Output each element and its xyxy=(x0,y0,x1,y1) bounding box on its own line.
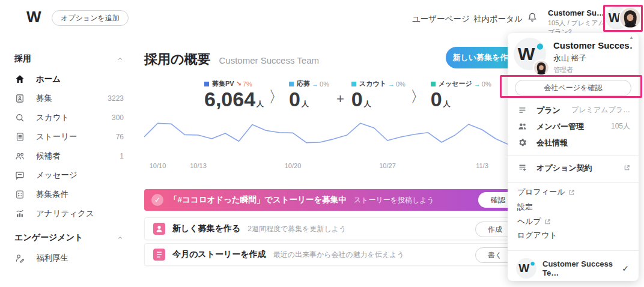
sidebar-section-recruiting[interactable]: 採用 xyxy=(14,50,124,67)
legend-label: 応募 xyxy=(297,79,310,88)
add-option-label: オプションを追加 xyxy=(61,13,120,23)
legend-swatch xyxy=(351,82,356,86)
banner-title: 「#ココロオドった瞬間」でストーリーを募集中 xyxy=(169,195,347,205)
stat-value: 6,064 xyxy=(204,88,255,110)
x-tick-label: 10/13 xyxy=(190,162,207,169)
sidebar-item-count: 300 xyxy=(112,113,124,122)
task-title: 今月のストーリーを作成 xyxy=(172,249,266,260)
scout-icon xyxy=(14,112,25,123)
menu-item-label: プラン xyxy=(536,105,571,116)
page-header: 採用の概要Customer Success Team xyxy=(144,50,319,68)
stat-unit: 人 xyxy=(257,100,264,108)
sidebar-item-requirements[interactable]: 募集条件 xyxy=(14,185,124,204)
sidebar-item-benefits[interactable]: 福利厚生 xyxy=(14,249,124,268)
sidebar-item-label: 募集条件 xyxy=(36,189,124,200)
legend-label: 募集PV xyxy=(212,79,234,88)
story-campaign-banner[interactable]: ✓ 「#ココロオドった瞬間」でストーリーを募集中 ストーリーを投稿しよう 確認 xyxy=(144,189,523,211)
menu-item-label: 会社情報 xyxy=(536,137,639,148)
stat-scout: スカウト → 0% 0人 xyxy=(351,79,406,109)
link-label: 設定 xyxy=(517,202,533,213)
sidebar-item-home[interactable]: ホーム xyxy=(14,70,124,89)
sidebar-item-count: 1 xyxy=(120,152,124,160)
sidebar-item-messages[interactable]: メッセージ xyxy=(14,166,124,185)
dropdown-user-avatar xyxy=(533,59,550,76)
stat-separator: 〉 xyxy=(264,86,289,109)
legend-label: メッセージ xyxy=(439,79,472,88)
stat-unit: 人 xyxy=(302,100,309,108)
dropdown-user-role: 管理者 xyxy=(553,65,633,74)
link-label: プロフィール xyxy=(517,187,565,198)
link-logout[interactable]: ログアウト xyxy=(517,230,557,241)
page-subtitle: Customer Success Team xyxy=(219,55,319,65)
menu-item-label: メンバー管理 xyxy=(536,121,611,132)
account-company-name: Customer Su… xyxy=(548,8,606,17)
sidebar-item-analytics[interactable]: アナリティクス xyxy=(14,204,124,223)
task-title: 新しく募集を作る xyxy=(172,223,240,234)
sidebar-item-postings[interactable]: 募集 3223 xyxy=(14,89,124,108)
task-create-posting[interactable]: 新しく募集を作る 2週間程度で募集を更新しよう 作成 xyxy=(144,217,523,240)
user-avatar[interactable] xyxy=(619,7,642,29)
task-create-story[interactable]: 今月のストーリーを作成 最近の出来事から会社の魅力を伝えよう 書く xyxy=(144,243,523,266)
menu-item-option-contract[interactable]: オプション契約 xyxy=(508,160,639,176)
switch-company-label: Customer Success Te… xyxy=(542,259,622,277)
logo-letter: W xyxy=(26,8,41,26)
x-tick-label: 11/3 xyxy=(476,162,488,169)
stat-plus-separator: + xyxy=(329,91,351,109)
bell-icon[interactable] xyxy=(526,11,538,23)
view-company-page-button[interactable]: 会社ページを確認 xyxy=(515,80,631,96)
sidebar-item-scout[interactable]: スカウト 300 xyxy=(14,108,124,127)
chart-x-axis: 10/1010/1310/2010/2711/3 xyxy=(144,162,523,171)
link-label: ヘルプ xyxy=(517,216,541,227)
company-switch-row[interactable]: Customer Success Te… ✓ xyxy=(508,256,639,280)
sidebar-item-candidates[interactable]: 候補者 1 xyxy=(14,147,124,166)
trend-down-icon: ↘ xyxy=(236,80,242,88)
external-link-icon xyxy=(544,219,551,225)
sidebar-item-story[interactable]: ストーリー 76 xyxy=(14,127,124,147)
message-icon xyxy=(14,170,25,181)
chevron-up-icon[interactable] xyxy=(117,55,124,62)
menu-item-members[interactable]: メンバー管理 105人 xyxy=(508,118,639,134)
sidebar-section-engagement[interactable]: エンゲージメント xyxy=(14,229,124,246)
trend-flat-icon: → xyxy=(474,80,481,88)
members-icon xyxy=(517,121,527,131)
main-content: 採用の概要Customer Success Team 新しい募集を作成 募集PV… xyxy=(144,0,523,287)
account-dropdown: ▲ Customer Succes… 永山 裕子 管理者 会社ページを確認 プラ… xyxy=(508,33,639,281)
home-icon xyxy=(14,74,25,85)
sidebar-item-label: ストーリー xyxy=(36,131,116,142)
x-tick-label: 10/10 xyxy=(150,162,166,169)
divider xyxy=(508,250,639,251)
switch-company-avatar xyxy=(516,258,536,279)
stat-unit: 人 xyxy=(364,100,371,108)
candidates-icon xyxy=(14,151,25,162)
sidebar-item-count: 76 xyxy=(116,133,124,141)
sidebar-item-count: 3223 xyxy=(108,94,124,103)
company-info-gear-icon xyxy=(517,137,527,148)
app-root: W オプションを追加 ユーザーページ 社内ポータル Customer Su… 1… xyxy=(0,0,644,287)
chart-line xyxy=(144,123,523,145)
link-profile[interactable]: プロフィール xyxy=(517,187,575,198)
stat-unit: 人 xyxy=(443,100,451,108)
stat-applications: 応募 → 0% 0人 xyxy=(289,79,329,109)
chevron-up-icon[interactable] xyxy=(117,234,124,241)
plan-icon xyxy=(517,105,527,115)
link-settings[interactable]: 設定 xyxy=(517,202,533,213)
new-posting-icon xyxy=(153,223,165,235)
add-option-button[interactable]: オプションを追加 xyxy=(52,10,129,26)
sidebar-item-label: 募集 xyxy=(36,93,108,104)
check-circle-icon: ✓ xyxy=(151,194,163,206)
legend-swatch xyxy=(204,82,209,86)
dropdown-company-name: Customer Succes… xyxy=(553,40,633,50)
trend-flat-icon: → xyxy=(388,80,395,88)
link-help[interactable]: ヘルプ xyxy=(517,216,551,227)
link-label: ログアウト xyxy=(517,230,557,241)
menu-item-plan[interactable]: プラン プレミアムプラ… xyxy=(508,102,639,118)
account-summary[interactable]: Customer Su… 105人 / プレミアムプラン2… xyxy=(548,8,606,37)
stat-posting-pv: 募集PV ↘ 7% 6,064人 xyxy=(204,79,264,109)
stat-value: 0 xyxy=(431,88,442,110)
page-title: 採用の概要 xyxy=(144,52,211,67)
sidebar-item-label: スカウト xyxy=(36,112,112,123)
scroll-up-arrow-icon[interactable]: ▲ xyxy=(629,35,634,40)
menu-item-company-info[interactable]: 会社情報 xyxy=(508,134,639,151)
sidebar-item-label: 福利厚生 xyxy=(36,253,124,264)
sidebar-item-label: ホーム xyxy=(36,74,124,85)
